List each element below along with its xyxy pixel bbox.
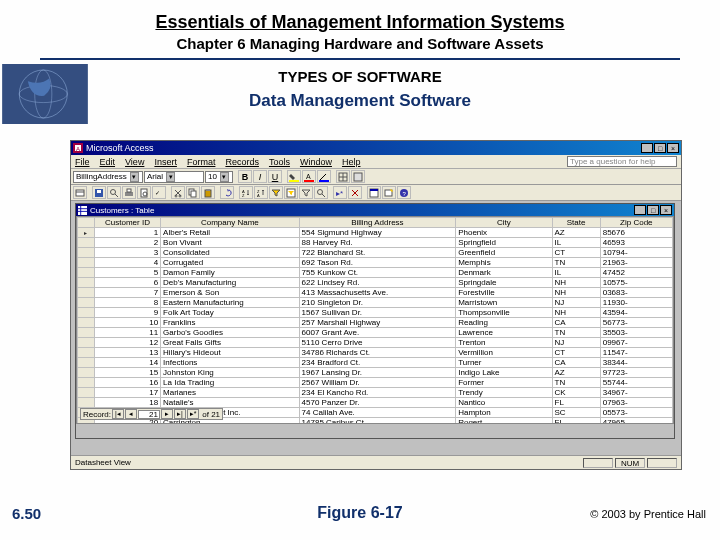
gridlines-button[interactable] (336, 170, 350, 183)
cell[interactable]: 3 (94, 248, 160, 258)
table-row[interactable]: 15Johnston King1967 Lansing Dr.Indigo La… (78, 368, 673, 378)
cell[interactable]: Trendy (456, 388, 552, 398)
cell[interactable]: Consolidated (161, 248, 300, 258)
cell[interactable]: NJ (552, 298, 600, 308)
cell[interactable]: 12 (94, 338, 160, 348)
cell[interactable]: Great Falls Gifts (161, 338, 300, 348)
cell[interactable]: 47965 (600, 418, 672, 425)
row-selector[interactable] (78, 318, 95, 328)
copy-button[interactable] (186, 186, 200, 199)
cell[interactable]: Indigo Lake (456, 368, 552, 378)
cell[interactable]: 234 Bradford Ct. (299, 358, 456, 368)
menu-edit[interactable]: Edit (100, 157, 116, 167)
maximize-button[interactable]: □ (654, 143, 666, 153)
menu-format[interactable]: Format (187, 157, 216, 167)
cell[interactable]: Marristown (456, 298, 552, 308)
cell[interactable]: 88 Harvey Rd. (299, 238, 456, 248)
row-selector[interactable] (78, 268, 95, 278)
cut-button[interactable] (171, 186, 185, 199)
object-combo[interactable]: BillingAddress▾ (73, 171, 143, 183)
cell[interactable]: Nantico (456, 398, 552, 408)
paste-button[interactable] (201, 186, 215, 199)
cell[interactable]: 11547- (600, 348, 672, 358)
cell[interactable]: 210 Singleton Dr. (299, 298, 456, 308)
cell[interactable]: Garbo's Goodies (161, 328, 300, 338)
table-row[interactable]: 12Great Falls Gifts5110 Cerro DriveTrent… (78, 338, 673, 348)
line-color-button[interactable] (317, 170, 331, 183)
cell[interactable]: Turner (456, 358, 552, 368)
column-header[interactable]: State (552, 218, 600, 228)
cell[interactable]: 14 (94, 358, 160, 368)
cell[interactable]: Corrugated (161, 258, 300, 268)
table-row[interactable]: 10Franklins257 Marshall HighwayReadingCA… (78, 318, 673, 328)
cell[interactable]: 234 El Kancho Rd. (299, 388, 456, 398)
menu-view[interactable]: View (125, 157, 144, 167)
cell[interactable]: TN (552, 258, 600, 268)
row-selector[interactable] (78, 348, 95, 358)
cell[interactable]: 47452 (600, 268, 672, 278)
row-selector[interactable] (78, 328, 95, 338)
cell[interactable]: 34967- (600, 388, 672, 398)
cell[interactable]: Memphis (456, 258, 552, 268)
special-effect-button[interactable] (351, 170, 365, 183)
table-row[interactable]: 11Garbo's Goodies6007 Grant Ave.Lawrence… (78, 328, 673, 338)
cell[interactable]: AZ (552, 368, 600, 378)
cell[interactable]: Eastern Manufacturing (161, 298, 300, 308)
font-combo[interactable]: Arial▾ (144, 171, 204, 183)
cell[interactable]: Deb's Manufacturing (161, 278, 300, 288)
cell[interactable]: NH (552, 308, 600, 318)
spellcheck-button[interactable]: ✓ (152, 186, 166, 199)
cell[interactable]: TN (552, 328, 600, 338)
cell[interactable]: CK (552, 388, 600, 398)
column-header[interactable]: Zip Code (600, 218, 672, 228)
row-selector[interactable] (78, 298, 95, 308)
delete-record-button[interactable] (348, 186, 362, 199)
cell[interactable]: 56773- (600, 318, 672, 328)
table-row[interactable]: 8Eastern Manufacturing210 Singleton Dr.M… (78, 298, 673, 308)
cell[interactable]: 692 Tason Rd. (299, 258, 456, 268)
cell[interactable]: 257 Marshall Highway (299, 318, 456, 328)
row-selector[interactable]: ▸ (78, 228, 95, 238)
cell[interactable]: Reading (456, 318, 552, 328)
undo-button[interactable] (220, 186, 234, 199)
cell[interactable]: 4 (94, 258, 160, 268)
table-row[interactable]: 16La Ida Trading2567 William Dr.FormerTN… (78, 378, 673, 388)
cell[interactable]: 85676 (600, 228, 672, 238)
child-close-button[interactable]: × (660, 205, 672, 215)
cell[interactable]: NJ (552, 338, 600, 348)
cell[interactable]: CT (552, 348, 600, 358)
menu-file[interactable]: File (75, 157, 90, 167)
cell[interactable]: Marianes (161, 388, 300, 398)
cell[interactable]: FL (552, 418, 600, 425)
new-object-button[interactable] (382, 186, 396, 199)
cell[interactable]: 4570 Panzer Dr. (299, 398, 456, 408)
cell[interactable]: 18 (94, 398, 160, 408)
cell[interactable]: 11 (94, 328, 160, 338)
cell[interactable]: CA (552, 358, 600, 368)
cell[interactable]: 05573- (600, 408, 672, 418)
cell[interactable]: 5 (94, 268, 160, 278)
cell[interactable]: 43594- (600, 308, 672, 318)
cell[interactable]: 09967- (600, 338, 672, 348)
table-row[interactable]: 14Infections234 Bradford Ct.TurnerCA3834… (78, 358, 673, 368)
cell[interactable]: Springfield (456, 238, 552, 248)
size-combo[interactable]: 10▾ (205, 171, 233, 183)
table-row[interactable]: 2Bon Vivant88 Harvey Rd.SpringfieldIL465… (78, 238, 673, 248)
nav-next-button[interactable]: ▸ (161, 409, 173, 419)
cell[interactable]: 14785 Caribus Ct. (299, 418, 456, 425)
underline-button[interactable]: U (268, 170, 282, 183)
cell[interactable]: Alber's Retail (161, 228, 300, 238)
cell[interactable]: IL (552, 268, 600, 278)
table-row[interactable]: 7Emerson & Son413 Massachusetts Ave.Fore… (78, 288, 673, 298)
datasheet-grid[interactable]: Customer IDCompany NameBilling AddressCi… (76, 216, 674, 424)
italic-button[interactable]: I (253, 170, 267, 183)
search-button[interactable] (107, 186, 121, 199)
cell[interactable]: 413 Massachusetts Ave. (299, 288, 456, 298)
menu-tools[interactable]: Tools (269, 157, 290, 167)
cell[interactable]: Franklins (161, 318, 300, 328)
cell[interactable]: Hillary's Hideout (161, 348, 300, 358)
cell[interactable]: Folk Art Today (161, 308, 300, 318)
close-button[interactable]: × (667, 143, 679, 153)
view-button[interactable] (73, 186, 87, 199)
cell[interactable]: NH (552, 288, 600, 298)
